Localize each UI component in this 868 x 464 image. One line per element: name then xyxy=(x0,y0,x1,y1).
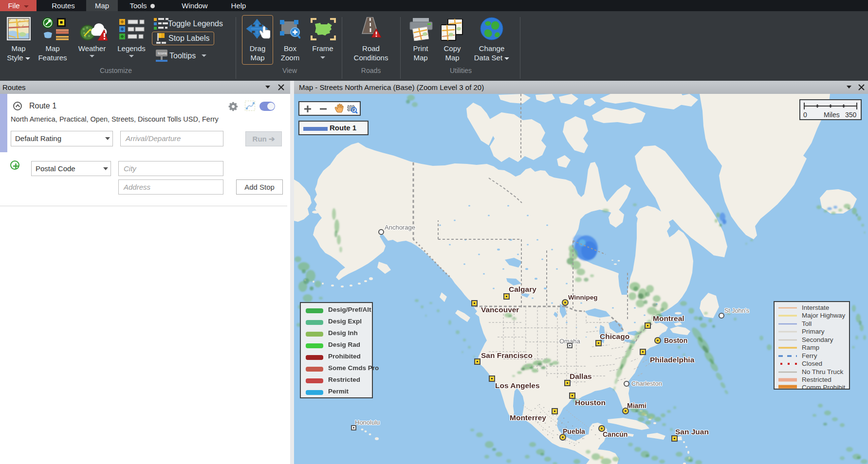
svg-text:Icons: Icons xyxy=(158,51,167,55)
